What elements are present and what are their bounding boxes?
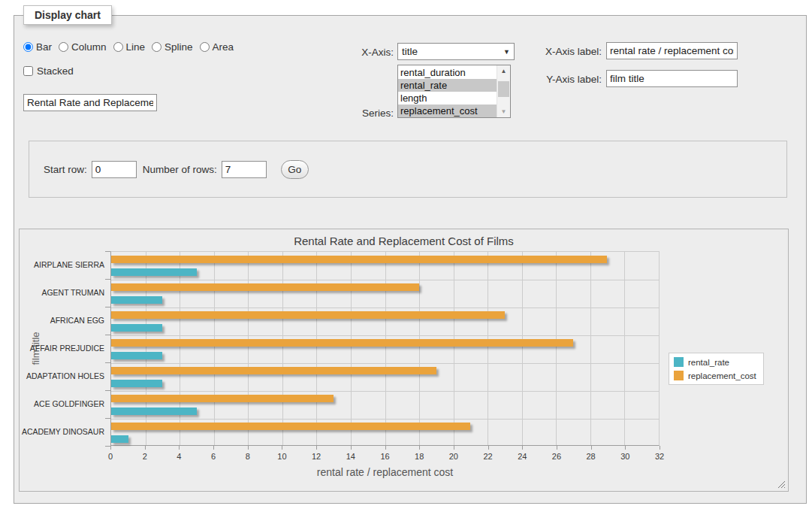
gridline-x-14 <box>351 252 352 445</box>
display-chart-panel: Display chart BarColumnLineSplineArea St… <box>14 15 807 504</box>
radio-label-bar: Bar <box>36 41 52 53</box>
radio-area[interactable] <box>200 42 210 52</box>
start-row-label: Start row: <box>44 164 87 175</box>
bar-replacement_cost-1[interactable] <box>111 283 419 291</box>
gridline-x-32 <box>659 252 660 445</box>
x-tick-0 <box>110 446 111 450</box>
series-select-label: Series: <box>292 108 394 119</box>
bar-replacement_cost-5[interactable] <box>111 395 334 402</box>
bar-rental_rate-2[interactable] <box>111 324 162 332</box>
gridline-x-16 <box>385 252 386 445</box>
bar-rental_rate-5[interactable] <box>111 407 197 415</box>
gridline-x-4 <box>180 252 180 445</box>
legend-item-replacement_cost[interactable]: replacement_cost <box>674 371 756 380</box>
series-multiselect[interactable]: rental_durationrental_ratelengthreplacem… <box>397 65 511 118</box>
chart-type-option-spline[interactable]: Spline <box>152 41 193 53</box>
radio-bar[interactable] <box>23 42 33 52</box>
stacked-label: Stacked <box>37 65 74 77</box>
chart-type-option-bar[interactable]: Bar <box>23 41 52 53</box>
x-tick-label-20: 20 <box>449 452 458 461</box>
bar-rental_rate-1[interactable] <box>111 296 162 304</box>
chart-type-option-line[interactable]: Line <box>113 41 146 53</box>
x-tick-8 <box>248 446 249 450</box>
x-tick-16 <box>385 446 386 450</box>
x-tick-label-4: 4 <box>177 452 181 461</box>
bar-replacement_cost-3[interactable] <box>111 339 573 347</box>
x-tick-label-28: 28 <box>587 452 596 461</box>
bar-replacement_cost-2[interactable] <box>111 311 505 319</box>
x-tick-30 <box>625 446 626 450</box>
x-tick-22 <box>488 446 489 450</box>
y-tick-6 <box>105 418 110 419</box>
y-tick-3 <box>105 335 110 335</box>
chart-x-axis-title: rental rate / replacement cost <box>110 466 660 478</box>
radio-label-line: Line <box>126 41 146 53</box>
chart-type-option-column[interactable]: Column <box>59 41 107 53</box>
y-axis-label-input[interactable] <box>606 70 738 87</box>
legend-item-rental_rate[interactable]: rental_rate <box>674 357 756 367</box>
x-tick-6 <box>213 446 214 450</box>
category-label-2: AFRICAN EGG <box>20 316 104 325</box>
gridline-band-3 <box>111 335 659 336</box>
y-tick-5 <box>105 390 110 391</box>
category-label-4: ADAPTATION HOLES <box>20 371 104 380</box>
x-tick-2 <box>145 446 146 450</box>
category-label-1: AGENT TRUMAN <box>20 288 104 297</box>
radio-line[interactable] <box>113 42 123 52</box>
category-label-0: AIRPLANE SIERRA <box>20 260 104 269</box>
bar-rental_rate-3[interactable] <box>111 352 162 359</box>
bar-rental_rate-4[interactable] <box>111 380 162 387</box>
category-label-5: ACE GOLDFINGER <box>20 399 104 408</box>
x-tick-label-26: 26 <box>552 452 561 461</box>
gridline-x-12 <box>316 252 317 445</box>
resize-grip-icon[interactable] <box>777 480 785 488</box>
x-tick-label-22: 22 <box>483 452 492 461</box>
x-tick-label-30: 30 <box>620 452 629 461</box>
legend-label-replacement_cost: replacement_cost <box>688 371 756 380</box>
gridline-x-8 <box>248 252 249 445</box>
chart-legend: rental_ratereplacement_cost <box>669 353 764 385</box>
chart-title: Rental Rate and Replacement Cost of Film… <box>20 235 788 247</box>
category-label-6: ACADEMY DINOSAUR <box>20 427 104 436</box>
radio-spline[interactable] <box>152 42 161 52</box>
num-rows-input[interactable] <box>222 161 267 178</box>
bar-replacement_cost-0[interactable] <box>111 256 607 263</box>
gridline-x-24 <box>522 252 523 445</box>
y-axis-label-label: Y-Axis label: <box>500 74 602 85</box>
gridline-band-1 <box>111 280 659 280</box>
series-option-rental_duration[interactable]: rental_duration <box>398 66 497 79</box>
series-option-list: rental_durationrental_ratelengthreplacem… <box>398 65 497 117</box>
series-option-length[interactable]: length <box>398 92 497 105</box>
go-button[interactable]: Go <box>281 160 309 179</box>
start-row-input[interactable] <box>92 161 137 178</box>
series-option-replacement_cost[interactable]: replacement_cost <box>398 105 497 117</box>
chart-type-option-area[interactable]: Area <box>200 41 234 53</box>
stacked-checkbox-row[interactable]: Stacked <box>23 65 74 77</box>
gridline-x-2 <box>146 252 146 445</box>
x-axis-select[interactable]: title ▼ <box>397 43 515 60</box>
stacked-checkbox[interactable] <box>23 66 33 76</box>
bar-replacement_cost-4[interactable] <box>111 367 436 374</box>
chart-title-input[interactable] <box>23 94 157 111</box>
chart-plot-area <box>110 251 660 446</box>
series-option-rental_rate[interactable]: rental_rate <box>398 79 497 92</box>
gridline-band-2 <box>111 308 659 308</box>
gridline-x-28 <box>590 252 591 445</box>
bar-rental_rate-6[interactable] <box>111 435 128 443</box>
y-tick-7 <box>105 446 110 447</box>
y-tick-1 <box>105 279 110 280</box>
x-tick-label-2: 2 <box>143 452 147 461</box>
radio-label-column: Column <box>71 41 107 53</box>
x-axis-label-input[interactable] <box>606 42 738 59</box>
legend-swatch-rental_rate <box>674 357 684 367</box>
x-tick-label-18: 18 <box>415 452 424 461</box>
scroll-down-icon[interactable]: ▼ <box>497 106 510 117</box>
bar-rental_rate-0[interactable] <box>111 268 197 276</box>
y-tick-2 <box>105 307 110 308</box>
page: Display chart BarColumnLineSplineArea St… <box>0 0 812 512</box>
radio-column[interactable] <box>59 42 68 52</box>
x-tick-label-24: 24 <box>518 452 527 461</box>
bar-replacement_cost-6[interactable] <box>111 423 470 430</box>
radio-label-area: Area <box>213 41 234 53</box>
chart-type-radio-group: BarColumnLineSplineArea <box>23 41 234 53</box>
